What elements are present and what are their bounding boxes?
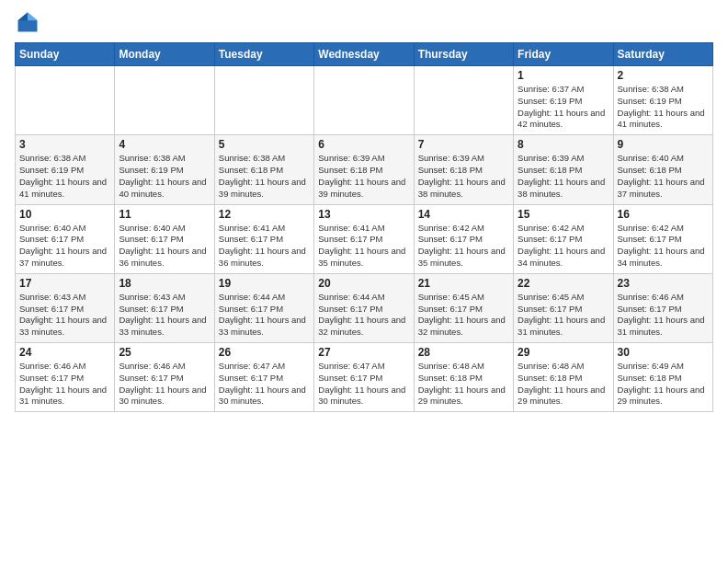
calendar-cell: 3Sunrise: 6:38 AM Sunset: 6:19 PM Daylig… [16,135,115,204]
calendar-cell: 5Sunrise: 6:38 AM Sunset: 6:18 PM Daylig… [214,135,313,204]
day-info: Sunrise: 6:40 AM Sunset: 6:17 PM Dayligh… [119,223,210,270]
calendar-cell: 16Sunrise: 6:42 AM Sunset: 6:17 PM Dayli… [613,204,712,273]
col-header-friday: Friday [514,43,613,66]
col-header-wednesday: Wednesday [314,43,414,66]
day-number: 24 [19,346,110,359]
day-info: Sunrise: 6:38 AM Sunset: 6:19 PM Dayligh… [618,84,709,131]
day-number: 29 [518,346,609,359]
calendar-cell [16,66,115,135]
day-number: 2 [618,69,709,82]
svg-marker-2 [18,13,28,21]
calendar-cell: 18Sunrise: 6:43 AM Sunset: 6:17 PM Dayli… [115,273,214,342]
calendar-cell: 2Sunrise: 6:38 AM Sunset: 6:19 PM Daylig… [613,66,712,135]
day-info: Sunrise: 6:42 AM Sunset: 6:17 PM Dayligh… [618,223,709,270]
day-number: 3 [19,138,110,151]
calendar-cell: 10Sunrise: 6:40 AM Sunset: 6:17 PM Dayli… [16,204,115,273]
calendar-cell: 29Sunrise: 6:48 AM Sunset: 6:18 PM Dayli… [514,343,613,412]
calendar-week-row: 10Sunrise: 6:40 AM Sunset: 6:17 PM Dayli… [16,204,713,273]
calendar-cell: 7Sunrise: 6:39 AM Sunset: 6:18 PM Daylig… [414,135,513,204]
day-info: Sunrise: 6:44 AM Sunset: 6:17 PM Dayligh… [318,292,409,339]
day-number: 13 [318,208,409,221]
day-info: Sunrise: 6:45 AM Sunset: 6:17 PM Dayligh… [418,292,509,339]
calendar-cell: 22Sunrise: 6:45 AM Sunset: 6:17 PM Dayli… [514,273,613,342]
day-number: 16 [618,208,709,221]
calendar-cell: 20Sunrise: 6:44 AM Sunset: 6:17 PM Dayli… [314,273,414,342]
day-number: 1 [518,69,609,82]
day-number: 12 [219,208,310,221]
calendar-cell: 30Sunrise: 6:49 AM Sunset: 6:18 PM Dayli… [613,343,712,412]
day-number: 8 [518,138,609,151]
day-number: 27 [318,346,409,359]
day-info: Sunrise: 6:39 AM Sunset: 6:18 PM Dayligh… [518,153,609,200]
day-info: Sunrise: 6:45 AM Sunset: 6:17 PM Dayligh… [518,292,609,339]
day-number: 26 [219,346,310,359]
day-number: 6 [318,138,409,151]
svg-marker-1 [28,13,38,21]
col-header-saturday: Saturday [613,43,712,66]
calendar-cell: 8Sunrise: 6:39 AM Sunset: 6:18 PM Daylig… [514,135,613,204]
day-info: Sunrise: 6:41 AM Sunset: 6:17 PM Dayligh… [219,223,310,270]
day-number: 9 [618,138,709,151]
day-info: Sunrise: 6:42 AM Sunset: 6:17 PM Dayligh… [518,223,609,270]
day-number: 22 [518,277,609,290]
logo [15,9,44,35]
calendar-cell: 21Sunrise: 6:45 AM Sunset: 6:17 PM Dayli… [414,273,513,342]
calendar-cell: 13Sunrise: 6:41 AM Sunset: 6:17 PM Dayli… [314,204,414,273]
calendar-cell: 24Sunrise: 6:46 AM Sunset: 6:17 PM Dayli… [16,343,115,412]
col-header-thursday: Thursday [414,43,513,66]
day-info: Sunrise: 6:48 AM Sunset: 6:18 PM Dayligh… [518,361,609,408]
day-number: 23 [618,277,709,290]
col-header-sunday: Sunday [16,43,115,66]
day-info: Sunrise: 6:48 AM Sunset: 6:18 PM Dayligh… [418,361,509,408]
day-number: 11 [119,208,210,221]
logo-icon [15,9,40,35]
calendar-cell: 25Sunrise: 6:46 AM Sunset: 6:17 PM Dayli… [115,343,214,412]
calendar-cell: 26Sunrise: 6:47 AM Sunset: 6:17 PM Dayli… [214,343,313,412]
day-number: 10 [19,208,110,221]
calendar-cell: 14Sunrise: 6:42 AM Sunset: 6:17 PM Dayli… [414,204,513,273]
day-info: Sunrise: 6:39 AM Sunset: 6:18 PM Dayligh… [418,153,509,200]
calendar-cell: 6Sunrise: 6:39 AM Sunset: 6:18 PM Daylig… [314,135,414,204]
calendar-cell: 11Sunrise: 6:40 AM Sunset: 6:17 PM Dayli… [115,204,214,273]
calendar-week-row: 3Sunrise: 6:38 AM Sunset: 6:19 PM Daylig… [16,135,713,204]
day-number: 15 [518,208,609,221]
calendar-cell: 17Sunrise: 6:43 AM Sunset: 6:17 PM Dayli… [16,273,115,342]
day-info: Sunrise: 6:46 AM Sunset: 6:17 PM Dayligh… [19,361,110,408]
calendar-cell [414,66,513,135]
day-info: Sunrise: 6:38 AM Sunset: 6:18 PM Dayligh… [219,153,310,200]
day-info: Sunrise: 6:44 AM Sunset: 6:17 PM Dayligh… [219,292,310,339]
calendar-cell: 27Sunrise: 6:47 AM Sunset: 6:17 PM Dayli… [314,343,414,412]
calendar-cell: 15Sunrise: 6:42 AM Sunset: 6:17 PM Dayli… [514,204,613,273]
calendar-cell: 28Sunrise: 6:48 AM Sunset: 6:18 PM Dayli… [414,343,513,412]
day-info: Sunrise: 6:40 AM Sunset: 6:18 PM Dayligh… [618,153,709,200]
day-info: Sunrise: 6:43 AM Sunset: 6:17 PM Dayligh… [119,292,210,339]
col-header-tuesday: Tuesday [214,43,313,66]
calendar-cell [214,66,313,135]
day-info: Sunrise: 6:37 AM Sunset: 6:19 PM Dayligh… [518,84,609,131]
day-number: 18 [119,277,210,290]
day-info: Sunrise: 6:38 AM Sunset: 6:19 PM Dayligh… [19,153,110,200]
calendar-week-row: 24Sunrise: 6:46 AM Sunset: 6:17 PM Dayli… [16,343,713,412]
day-info: Sunrise: 6:46 AM Sunset: 6:17 PM Dayligh… [119,361,210,408]
calendar-cell: 1Sunrise: 6:37 AM Sunset: 6:19 PM Daylig… [514,66,613,135]
calendar-cell: 12Sunrise: 6:41 AM Sunset: 6:17 PM Dayli… [214,204,313,273]
day-info: Sunrise: 6:39 AM Sunset: 6:18 PM Dayligh… [318,153,409,200]
calendar-cell: 9Sunrise: 6:40 AM Sunset: 6:18 PM Daylig… [613,135,712,204]
calendar-header-row: SundayMondayTuesdayWednesdayThursdayFrid… [16,43,713,66]
day-info: Sunrise: 6:42 AM Sunset: 6:17 PM Dayligh… [418,223,509,270]
day-number: 7 [418,138,509,151]
day-info: Sunrise: 6:49 AM Sunset: 6:18 PM Dayligh… [618,361,709,408]
day-number: 20 [318,277,409,290]
day-number: 28 [418,346,509,359]
day-number: 17 [19,277,110,290]
calendar-cell [115,66,214,135]
day-number: 19 [219,277,310,290]
day-number: 14 [418,208,509,221]
day-number: 5 [219,138,310,151]
day-number: 30 [618,346,709,359]
day-info: Sunrise: 6:43 AM Sunset: 6:17 PM Dayligh… [19,292,110,339]
calendar-cell: 19Sunrise: 6:44 AM Sunset: 6:17 PM Dayli… [214,273,313,342]
calendar-cell: 4Sunrise: 6:38 AM Sunset: 6:19 PM Daylig… [115,135,214,204]
day-number: 25 [119,346,210,359]
day-info: Sunrise: 6:40 AM Sunset: 6:17 PM Dayligh… [19,223,110,270]
